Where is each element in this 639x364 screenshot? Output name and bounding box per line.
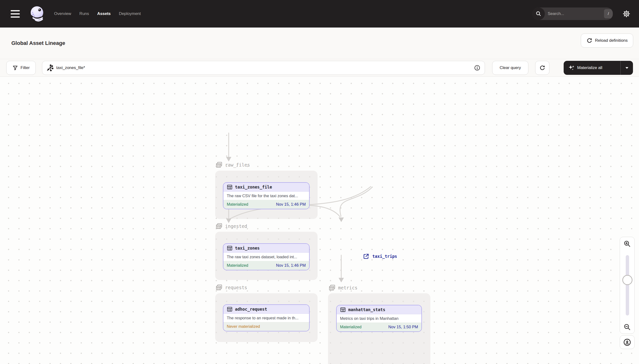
table-icon (227, 245, 233, 251)
materialize-all-button[interactable]: Materialize all (564, 61, 620, 75)
refresh-icon (539, 65, 545, 71)
clear-query-button[interactable]: Clear query (492, 61, 528, 75)
asset-group-icon (328, 284, 336, 291)
asset-description: The raw taxi zones dataset, loaded int..… (223, 253, 309, 261)
nav-link-assets[interactable]: Assets (97, 10, 111, 18)
materialization-timestamp: Nov 15, 1:46 PM (276, 202, 306, 206)
asset-query-field[interactable] (42, 61, 485, 75)
status-badge: Materialized (227, 263, 248, 268)
materialization-timestamp: Nov 15, 1:50 PM (388, 325, 418, 329)
page-title: Global Asset Lineage (11, 40, 65, 46)
external-link-icon (363, 253, 369, 260)
asset-name: adhoc_request (235, 307, 267, 312)
search-shortcut-badge: / (604, 9, 613, 18)
caret-down-icon (625, 67, 628, 69)
search-input[interactable] (545, 11, 604, 16)
external-asset-taxi-trips[interactable]: taxi_trips (363, 253, 397, 260)
table-icon (227, 184, 233, 190)
search-icon (532, 8, 545, 20)
canvas-zoom-panel (620, 237, 635, 349)
filter-funnel-icon (12, 65, 18, 71)
nav-links: Overview Runs Assets Deployment (54, 10, 141, 18)
zoom-out-button[interactable] (620, 320, 635, 334)
asset-group-icon (215, 161, 223, 168)
asset-description: The raw CSV file for the taxi zones dat.… (223, 192, 309, 200)
refresh-graph-button[interactable] (535, 61, 549, 75)
asset-description: Metrics on taxi trips in Manhattan (337, 314, 421, 322)
table-icon (227, 306, 233, 312)
zoom-slider-track[interactable] (626, 255, 629, 316)
graph-query-icon (47, 64, 53, 71)
lineage-toolbar: Filter Clear query (0, 59, 639, 77)
sparkle-icon (568, 64, 575, 71)
group-label-metrics[interactable]: metrics (328, 284, 357, 291)
edge-taxi-trips-to-manhattan-stats (340, 187, 372, 216)
materialize-options-caret[interactable] (620, 61, 633, 75)
hamburger-menu-icon[interactable] (7, 5, 24, 22)
asset-name: taxi_zones_file (235, 185, 272, 190)
group-label-raw-files[interactable]: raw_files (215, 161, 250, 168)
group-label-ingested[interactable]: ingested (215, 222, 247, 230)
global-search[interactable]: / (532, 8, 613, 20)
download-image-button[interactable] (620, 335, 635, 349)
reload-icon (586, 38, 593, 44)
query-info-icon[interactable] (474, 65, 480, 71)
zoom-in-icon (623, 240, 631, 248)
materialization-timestamp: Nov 15, 1:46 PM (276, 263, 306, 268)
nav-right-cluster: / (532, 8, 633, 20)
status-badge: Materialized (227, 202, 248, 206)
zoom-out-icon (623, 323, 631, 331)
zoom-slider-thumb[interactable] (622, 275, 632, 285)
nav-link-deployment[interactable]: Deployment (118, 10, 141, 18)
asset-group-icon (215, 284, 223, 291)
zoom-in-button[interactable] (620, 237, 635, 250)
dagster-app: Overview Runs Assets Deployment / (0, 0, 639, 364)
nav-link-runs[interactable]: Runs (79, 10, 90, 18)
status-badge: Never materialized (227, 324, 260, 329)
asset-name: taxi_zones (235, 246, 260, 250)
group-label-requests[interactable]: requests (215, 284, 247, 291)
zoom-slider[interactable] (620, 250, 635, 320)
top-nav-bar: Overview Runs Assets Deployment / (0, 0, 639, 28)
asset-node-adhoc-request[interactable]: adhoc_request The response to an request… (223, 304, 310, 332)
asset-query-input[interactable] (56, 66, 471, 70)
asset-description: The response to an request made in th... (223, 314, 309, 322)
asset-name: manhattan_stats (348, 307, 385, 312)
materialize-all-split-button: Materialize all (564, 61, 633, 75)
asset-group-icon (215, 222, 223, 230)
reload-definitions-button[interactable]: Reload definitions (581, 34, 633, 48)
lineage-canvas[interactable]: raw_files ingested requests m (0, 77, 639, 364)
asset-node-taxi-zones[interactable]: taxi_zones The raw taxi zones dataset, l… (223, 243, 310, 270)
settings-gear-icon[interactable] (620, 8, 633, 20)
status-badge: Materialized (340, 325, 362, 329)
dagster-logo-icon[interactable] (25, 1, 50, 26)
download-icon (623, 338, 631, 346)
page-header: Global Asset Lineage Reload definitions (0, 28, 639, 59)
lineage-edges (0, 77, 639, 364)
table-icon (340, 307, 346, 312)
asset-node-manhattan-stats[interactable]: manhattan_stats Metrics on taxi trips in… (336, 305, 422, 332)
filter-button[interactable]: Filter (6, 61, 36, 75)
asset-node-taxi-zones-file[interactable]: taxi_zones_file The raw CSV file for the… (223, 182, 310, 209)
nav-link-overview[interactable]: Overview (54, 10, 72, 18)
